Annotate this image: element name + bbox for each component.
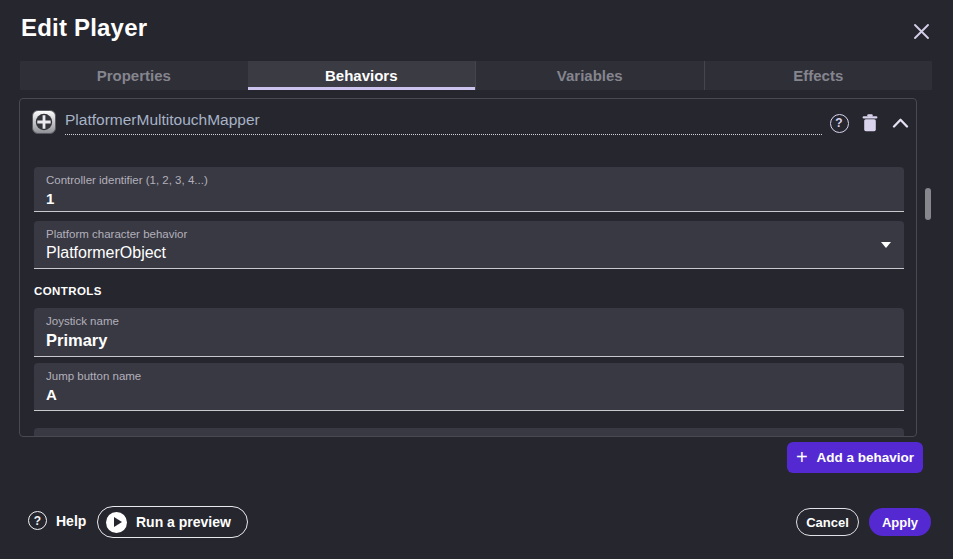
gamepad-icon (32, 110, 56, 134)
apply-button[interactable]: Apply (869, 508, 931, 536)
cancel-button[interactable]: Cancel (796, 508, 859, 536)
field-value: 1 (46, 190, 892, 207)
joystick-name-field[interactable]: Joystick name Primary (34, 308, 904, 357)
platform-character-behavior-select[interactable]: Platform character behavior PlatformerOb… (34, 221, 904, 269)
tab-effects[interactable]: Effects (704, 61, 933, 90)
behavior-panel: PlatformerMultitouchMapper ? Controller … (19, 98, 917, 437)
scrollbar[interactable] (925, 188, 931, 220)
behavior-header: PlatformerMultitouchMapper ? (20, 99, 916, 143)
plus-icon: + (796, 447, 808, 467)
help-button[interactable]: ? Help (28, 511, 86, 530)
behavior-name-field[interactable]: PlatformerMultitouchMapper (65, 111, 822, 135)
close-icon[interactable] (910, 20, 932, 42)
field-label: Platform character behavior (46, 227, 892, 241)
tab-behaviors[interactable]: Behaviors (248, 61, 476, 90)
help-circle-icon: ? (28, 511, 47, 530)
behavior-help-icon[interactable]: ? (829, 113, 849, 133)
jump-button-name-field[interactable]: Jump button name A (34, 363, 904, 411)
controls-section-header: CONTROLS (34, 285, 102, 297)
field-label: Controller identifier (1, 2, 3, 4...) (46, 173, 892, 187)
edit-player-dialog: Edit Player Properties Behaviors Variabl… (0, 0, 953, 559)
clipped-next-field (34, 428, 904, 436)
field-label: Jump button name (46, 369, 892, 383)
play-icon (106, 512, 127, 533)
controller-identifier-field[interactable]: Controller identifier (1, 2, 3, 4...) 1 (34, 167, 904, 212)
field-value: Primary (46, 331, 892, 350)
chevron-up-icon[interactable] (890, 113, 910, 133)
add-behavior-label: Add a behavior (817, 450, 915, 465)
dropdown-arrow-icon (881, 242, 891, 248)
tab-variables[interactable]: Variables (475, 61, 704, 90)
add-behavior-button[interactable]: + Add a behavior (787, 442, 923, 473)
field-value: PlatformerObject (46, 244, 892, 262)
field-label: Joystick name (46, 314, 892, 328)
dialog-title: Edit Player (21, 14, 147, 42)
help-label: Help (56, 513, 86, 529)
run-preview-label: Run a preview (136, 514, 231, 530)
field-value: A (46, 386, 892, 403)
trash-icon[interactable] (860, 113, 880, 133)
tab-properties[interactable]: Properties (20, 61, 248, 90)
question-glyph: ? (830, 114, 849, 133)
run-preview-button[interactable]: Run a preview (97, 506, 248, 538)
tab-bar: Properties Behaviors Variables Effects (20, 61, 932, 90)
